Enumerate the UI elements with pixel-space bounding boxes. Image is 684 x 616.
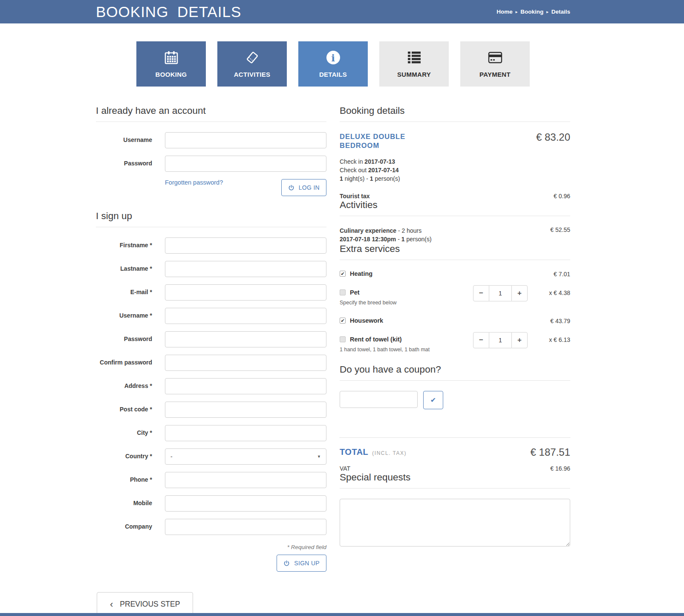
towel-quantity-stepper: − + [473,332,528,348]
pet-checkbox[interactable] [340,289,346,295]
towel-quantity-input[interactable] [489,332,511,348]
power-icon [283,560,290,567]
address-input[interactable] [165,378,326,394]
minus-button[interactable]: − [473,332,489,348]
sign-up-button[interactable]: SIGN UP [277,555,326,572]
activity-price: € 52.55 [550,226,570,233]
lastname-input[interactable] [165,261,326,277]
phone-input[interactable] [165,472,326,488]
email-input[interactable] [165,284,326,301]
log-in-button[interactable]: LOG IN [281,179,326,196]
login-heading: I already have an account [96,105,326,122]
tab-payment-label: PAYMENT [479,71,511,78]
postcode-input[interactable] [165,402,326,418]
special-requests-textarea[interactable] [340,499,570,547]
plus-button[interactable]: + [511,285,528,301]
signup-firstname-row: Firstname * [96,237,326,254]
login-username-row: Username [96,132,326,148]
signup-postcode-row: Post code * [96,402,326,418]
pet-quantity-stepper: − + [473,285,528,301]
signup-username-input[interactable] [165,308,326,324]
signup-password-input[interactable] [165,331,326,347]
total-row: TOTAL(INCL. TAX) € 187.51 [340,447,570,457]
tab-activities-label: ACTIVITIES [234,71,271,78]
totals-divider [340,437,570,438]
signup-phone-row: Phone * [96,472,326,488]
breadcrumb-details: Details [551,9,570,15]
chevron-down-icon: ▼ [317,454,321,459]
heating-price: € 7.01 [528,270,570,278]
tab-activities[interactable]: ACTIVITIES [217,41,287,87]
activity-item: Culinary experience - 2 hours 2017-07-18… [340,226,570,244]
pet-quantity-input[interactable] [489,285,511,301]
chevron-left-icon: ‹ [110,600,113,609]
room-name: DELUXE DOUBLE BEDROOM [340,132,442,150]
mobile-input[interactable] [165,495,326,512]
login-username-label: Username [96,132,152,148]
breadcrumb-separator-icon: ▸ [546,10,548,14]
signup-username-row: Username * [96,308,326,324]
breadcrumb-home[interactable]: Home [496,9,513,15]
footer-bar [0,613,684,616]
vat-row: VAT € 16.96 [340,465,570,472]
page-header: BOOKING DETAILS Home ▸ Booking ▸ Details [0,0,684,23]
check-in-line: Check in 2017-07-13 [340,157,570,166]
previous-step-button[interactable]: ‹ PREVIOUS STEP [97,592,193,616]
coupon-input[interactable] [340,391,418,408]
tab-booking[interactable]: BOOKING [136,41,206,87]
housework-price: € 43.79 [528,317,570,324]
check-out-line: Check out 2017-07-14 [340,166,570,174]
city-input[interactable] [165,425,326,441]
login-username-input[interactable] [165,132,326,148]
tab-summary[interactable]: SUMMARY [379,41,449,87]
tourist-tax-price: € 0.96 [554,193,570,200]
signup-city-row: City * [96,425,326,441]
signup-confirm-password-row: Confirm password [96,355,326,371]
pet-price: x € 4.38 [528,289,570,296]
minus-button[interactable]: − [473,285,489,301]
pet-note: Specify the breed below [340,300,473,306]
booking-details-heading: Booking details [340,105,570,122]
towel-price: x € 6.13 [528,336,570,343]
service-row-heating: Heating € 7.01 [340,270,570,278]
login-password-input[interactable] [165,156,326,172]
country-select[interactable]: - ▼ [165,448,326,465]
tab-details-label: DETAILS [319,71,347,78]
signup-country-row: Country * - ▼ [96,448,326,465]
housework-checkbox[interactable] [340,318,346,324]
signup-email-row: E-mail * [96,284,326,301]
confirm-password-input[interactable] [165,355,326,371]
plus-button[interactable]: + [511,332,528,348]
coupon-apply-button[interactable]: ✔ [423,391,443,409]
breadcrumb-booking[interactable]: Booking [520,9,543,15]
tab-payment[interactable]: PAYMENT [460,41,530,87]
account-column: I already have an account Username Passw… [96,105,326,572]
credit-card-icon [488,50,503,65]
tourist-tax-row: Tourist tax € 0.96 [340,193,570,200]
total-suffix: (INCL. TAX) [372,450,407,456]
breadcrumb: Home ▸ Booking ▸ Details [496,9,570,15]
total-price: € 187.51 [531,447,570,457]
breadcrumb-separator-icon: ▸ [516,10,518,14]
tab-details[interactable]: i DETAILS [298,41,368,87]
towel-checkbox[interactable] [340,336,346,342]
activities-heading: Activities [340,200,570,216]
vat-price: € 16.96 [550,465,570,472]
forgotten-password-link[interactable]: Forgotten password? [165,179,223,186]
service-row-pet: Pet Specify the breed below − + x € 4.38 [340,289,570,306]
service-row-towel: Rent of towel (kit) 1 hand towel, 1 bath… [340,336,570,353]
required-field-note: * Required field [96,544,326,550]
company-input[interactable] [165,519,326,535]
tab-summary-label: SUMMARY [397,71,431,78]
extra-services-heading: Extra services [340,243,570,260]
firstname-input[interactable] [165,237,326,254]
tab-booking-label: BOOKING [156,71,187,78]
info-icon: i [326,50,340,65]
summary-column: Booking details DELUXE DOUBLE BEDROOM € … [340,105,570,548]
ticket-icon [245,50,260,65]
signup-heading: I sign up [96,211,326,227]
tourist-tax-label: Tourist tax [340,193,370,200]
check-icon: ✔ [430,396,436,404]
signup-company-row: Company [96,519,326,535]
heating-checkbox[interactable] [340,271,346,277]
